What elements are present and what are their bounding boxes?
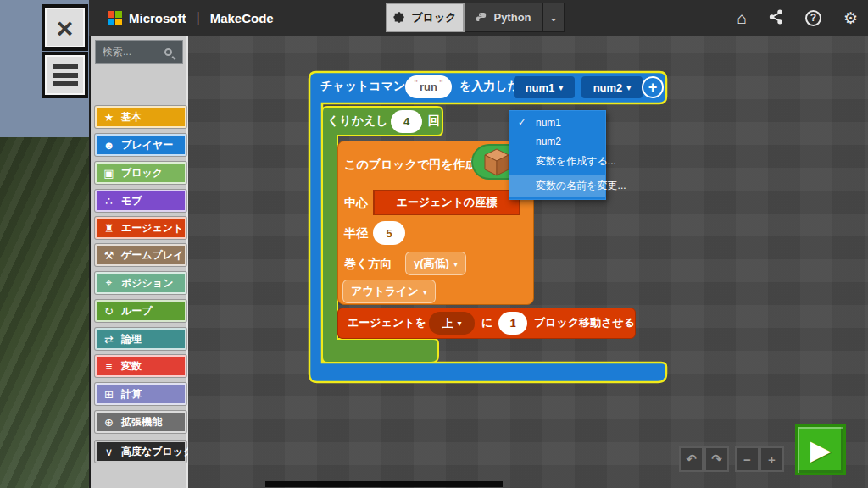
center-value-block[interactable]: エージェントの座標 xyxy=(373,190,520,215)
shuffle-icon: ⇄ xyxy=(103,333,115,346)
home-icon[interactable]: ⌂ xyxy=(737,10,746,26)
block-toolbox: ★基本 ☻プレイヤー ▣ブロック ∴モブ ♜エージェント ⚒ゲームプレイ ⌖ポジ… xyxy=(89,36,188,488)
orientation-dropdown[interactable]: y(高低)▾ xyxy=(405,252,466,275)
menu-item-num1[interactable]: ✓ num1 xyxy=(509,114,605,132)
python-icon xyxy=(476,12,487,24)
category-mobs[interactable]: ∴モブ xyxy=(95,190,186,212)
agent-direction-dropdown[interactable]: 上▾ xyxy=(429,312,475,335)
menu-icon xyxy=(53,64,78,69)
puzzle-icon xyxy=(393,12,405,24)
tab-python-label: Python xyxy=(493,11,531,24)
search-icon xyxy=(164,48,172,56)
play-button[interactable]: ▶ xyxy=(795,424,846,475)
add-parameter-button[interactable]: + xyxy=(642,76,664,98)
check-icon: ✓ xyxy=(518,117,526,128)
calculator-icon: ⊞ xyxy=(103,388,115,401)
microsoft-wordmark: Microsoft xyxy=(129,11,186,25)
category-basic[interactable]: ★基本 xyxy=(95,106,186,128)
loop-icon: ↻ xyxy=(103,305,115,318)
star-icon: ★ xyxy=(103,111,115,124)
zoom-out-button[interactable]: − xyxy=(735,446,760,472)
minecraft-hotbar-strip xyxy=(265,481,503,487)
category-positions[interactable]: ⌖ポジション xyxy=(95,272,186,294)
minecraft-ground xyxy=(0,137,89,488)
zoom-in-button[interactable]: + xyxy=(760,446,784,472)
param-num1-dropdown[interactable]: num1▾ xyxy=(514,76,575,98)
category-agent[interactable]: ♜エージェント xyxy=(95,217,186,239)
block-cube-icon xyxy=(484,148,509,176)
menu-item-create-variable[interactable]: 変数を作成する... xyxy=(509,151,605,172)
variable-dropdown-menu: ✓ num1 num2 変数を作成する... 変数の名前を変更... xyxy=(509,110,606,200)
agent-icon: ♜ xyxy=(103,222,115,235)
editor-toggle-caret[interactable]: ⌄ xyxy=(542,3,565,32)
wrench-icon: ⚒ xyxy=(103,249,115,262)
share-icon[interactable] xyxy=(769,9,783,27)
game-menu-button[interactable] xyxy=(42,52,88,98)
orientation-label: 巻く方向 xyxy=(344,257,392,272)
tab-blocks[interactable]: ブロック xyxy=(386,3,465,32)
settings-gear-icon[interactable]: ⚙ xyxy=(843,10,858,26)
position-icon: ⌖ xyxy=(103,276,115,290)
circle-block-title: このブロックで円を作成: xyxy=(344,158,481,173)
category-advanced[interactable]: ∨高度なブロック xyxy=(95,441,186,463)
redo-button[interactable]: ↷ xyxy=(704,446,729,472)
category-math[interactable]: ⊞計算 xyxy=(95,383,186,405)
category-loops[interactable]: ↻ループ xyxy=(95,300,186,322)
repeat-count-field[interactable]: 4 xyxy=(391,110,422,133)
plus-circle-icon: ⊕ xyxy=(103,416,115,429)
radius-field[interactable]: 5 xyxy=(373,221,405,245)
header-icon-group: ⌂ ? ⚙ xyxy=(737,0,858,36)
cube-icon: ▣ xyxy=(103,167,115,180)
caret-down-icon: ▾ xyxy=(626,83,631,92)
player-icon: ☻ xyxy=(103,139,115,152)
repeat-suffix: 回 xyxy=(428,114,440,129)
center-label: 中心 xyxy=(344,196,368,211)
category-extensions[interactable]: ⊕拡張機能 xyxy=(95,411,186,433)
minecraft-viewport: × xyxy=(0,0,89,488)
microsoft-logo-icon xyxy=(108,11,122,25)
param-num2-dropdown[interactable]: num2▾ xyxy=(581,76,643,98)
chat-block-prefix: チャットコマンド xyxy=(320,79,418,94)
agent-count-field[interactable]: 1 xyxy=(498,312,527,335)
chevron-down-icon: ∨ xyxy=(103,446,115,458)
agent-mid-label: に xyxy=(481,315,492,330)
search-input[interactable] xyxy=(96,46,164,58)
category-gameplay[interactable]: ⚒ゲームプレイ xyxy=(95,244,186,266)
category-player[interactable]: ☻プレイヤー xyxy=(95,134,186,156)
menu-item-rename-variable[interactable]: 変数の名前を変更... xyxy=(509,175,605,197)
radius-label: 半径 xyxy=(344,226,368,241)
resize-cross-icon: × xyxy=(57,14,74,42)
undo-button[interactable]: ↶ xyxy=(679,446,704,472)
category-logic[interactable]: ⇄論理 xyxy=(95,328,186,350)
agent-prefix: エージェントを xyxy=(348,315,426,330)
help-icon[interactable]: ? xyxy=(805,10,821,26)
expand-view-button[interactable]: × xyxy=(42,4,88,51)
caret-down-icon: ▾ xyxy=(423,287,427,297)
makecode-minecraft-app: × Microsoft | MakeCode ブロック Python ⌄ ⌂ xyxy=(0,0,868,488)
caret-down-icon: ▾ xyxy=(559,83,563,92)
agent-suffix: ブロック移動させる xyxy=(534,315,635,330)
chevron-down-icon: ⌄ xyxy=(549,12,558,24)
tab-blocks-label: ブロック xyxy=(411,10,456,25)
paw-icon: ∴ xyxy=(103,195,115,208)
category-blocks[interactable]: ▣ブロック xyxy=(95,162,186,184)
play-icon: ▶ xyxy=(810,436,832,463)
variables-icon: ≡ xyxy=(103,360,115,373)
toolbox-search xyxy=(95,40,183,64)
menu-item-num2[interactable]: num2 xyxy=(509,132,605,151)
tab-python[interactable]: Python xyxy=(465,3,542,32)
category-variables[interactable]: ≡変数 xyxy=(95,355,186,377)
brand-logo: Microsoft | MakeCode xyxy=(108,10,274,25)
makecode-wordmark: MakeCode xyxy=(210,11,274,25)
editor-tab-group: ブロック Python ⌄ xyxy=(386,3,565,32)
chat-command-value[interactable]: "run" xyxy=(405,75,452,98)
caret-down-icon: ▾ xyxy=(457,319,461,328)
repeat-prefix: くりかえし xyxy=(327,114,388,129)
caret-down-icon: ▾ xyxy=(453,259,458,269)
fill-mode-dropdown[interactable]: アウトライン▾ xyxy=(342,280,436,303)
